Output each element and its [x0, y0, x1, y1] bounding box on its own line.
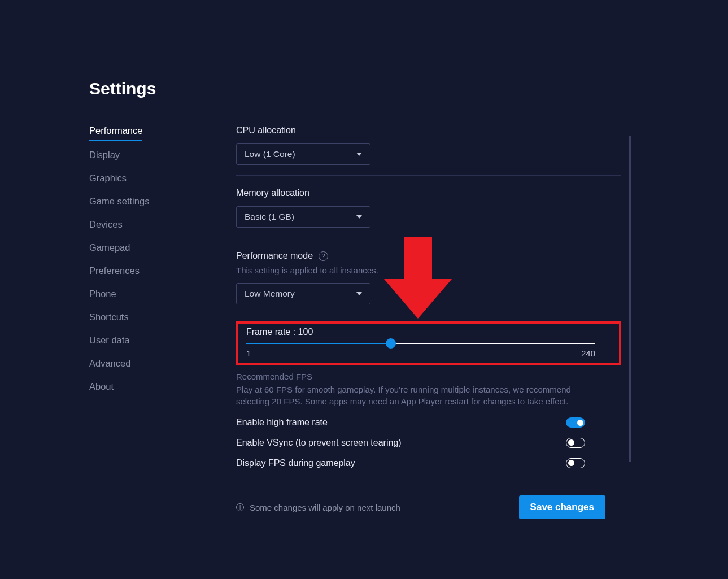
- sidebar-item-devices[interactable]: Devices: [89, 219, 163, 233]
- chevron-down-icon: [356, 292, 362, 295]
- sidebar-item-shortcuts[interactable]: Shortcuts: [89, 312, 163, 326]
- info-icon: i: [236, 503, 244, 511]
- sidebar-item-user-data[interactable]: User data: [89, 335, 163, 349]
- memory-allocation-label: Memory allocation: [236, 188, 621, 198]
- sidebar-item-performance[interactable]: Performance: [89, 125, 142, 141]
- chevron-down-icon: [356, 215, 362, 219]
- memory-allocation-dropdown[interactable]: Basic (1 GB): [236, 206, 370, 228]
- settings-sidebar: Performance Display Graphics Game settin…: [89, 125, 163, 519]
- vertical-scrollbar[interactable]: [629, 136, 631, 462]
- display-fps-label: Display FPS during gameplay: [236, 458, 355, 468]
- memory-allocation-value: Basic (1 GB): [245, 212, 294, 222]
- performance-mode-label: Performance mode ?: [236, 251, 621, 261]
- frame-rate-max: 240: [581, 349, 595, 358]
- settings-main: CPU allocation Low (1 Core) Memory alloc…: [236, 125, 621, 519]
- sidebar-item-preferences[interactable]: Preferences: [89, 265, 163, 280]
- enable-vsync-toggle[interactable]: [566, 438, 585, 448]
- display-fps-toggle[interactable]: [566, 458, 585, 468]
- page-title: Settings: [89, 79, 621, 98]
- frame-rate-min: 1: [246, 349, 251, 358]
- frame-rate-label: Frame rate : 100: [246, 327, 611, 337]
- enable-high-frame-rate-toggle[interactable]: [566, 417, 585, 428]
- footer-note: i Some changes will apply on next launch: [236, 503, 400, 512]
- sidebar-item-display[interactable]: Display: [89, 150, 163, 164]
- performance-mode-dropdown[interactable]: Low Memory: [236, 283, 370, 304]
- sidebar-item-phone[interactable]: Phone: [89, 289, 163, 303]
- recommended-fps-title: Recommended FPS: [236, 372, 621, 381]
- enable-vsync-label: Enable VSync (to prevent screen tearing): [236, 438, 402, 448]
- sidebar-item-advanced[interactable]: Advanced: [89, 358, 163, 372]
- sidebar-item-gamepad[interactable]: Gamepad: [89, 242, 163, 256]
- help-icon[interactable]: ?: [319, 251, 328, 261]
- sidebar-item-graphics[interactable]: Graphics: [89, 173, 163, 187]
- performance-mode-value: Low Memory: [245, 289, 295, 299]
- enable-high-frame-rate-label: Enable high frame rate: [236, 417, 328, 428]
- cpu-allocation-dropdown[interactable]: Low (1 Core): [236, 143, 370, 165]
- chevron-down-icon: [356, 153, 362, 156]
- performance-mode-subtext: This setting is applied to all instances…: [236, 265, 621, 275]
- sidebar-item-game-settings[interactable]: Game settings: [89, 196, 163, 210]
- frame-rate-slider[interactable]: [246, 343, 595, 344]
- frame-rate-annotation-box: Frame rate : 100 1 240: [236, 321, 621, 365]
- recommended-fps-text: Play at 60 FPS for smooth gameplay. If y…: [236, 384, 575, 407]
- save-changes-button[interactable]: Save changes: [519, 495, 605, 519]
- sidebar-item-about[interactable]: About: [89, 381, 163, 395]
- slider-thumb[interactable]: [386, 338, 396, 349]
- cpu-allocation-label: CPU allocation: [236, 125, 621, 136]
- cpu-allocation-value: Low (1 Core): [245, 149, 295, 159]
